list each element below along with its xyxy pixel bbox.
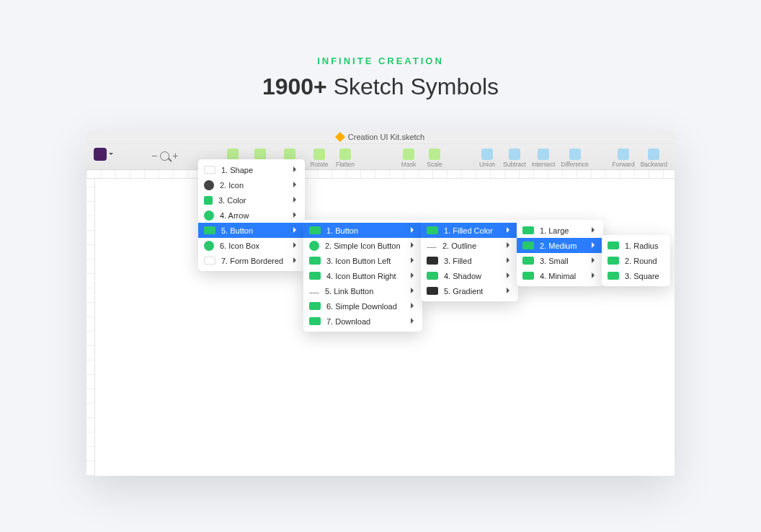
menu-item[interactable]: 5. Link Button — [303, 283, 422, 298]
pill-icon — [522, 257, 534, 265]
menu-item-label: 5. Button — [221, 226, 253, 235]
chevron-right-icon — [507, 257, 512, 263]
symbol-menu-level4: 1. Large2. Medium3. Small4. Minimal — [517, 220, 603, 286]
tool-label: Difference — [561, 161, 589, 168]
chevron-right-icon — [293, 212, 299, 218]
symbol-menu-level3: 1. Filled Color2. Outline3. Filled4. Sha… — [421, 220, 518, 301]
menu-item-label: 3. Icon Button Left — [326, 257, 391, 265]
menu-item-label: 1. Shape — [221, 166, 253, 174]
pill-icon — [522, 241, 534, 249]
chevron-right-icon — [293, 242, 299, 248]
menu-item[interactable]: 4. Minimal — [517, 268, 603, 283]
tool-label: Forward — [612, 161, 634, 168]
chevron-right-icon — [507, 288, 512, 293]
tool-forward[interactable]: Forward — [612, 148, 634, 168]
pill-icon — [309, 226, 321, 234]
tool-scale[interactable]: Scale — [424, 148, 445, 168]
menu-item[interactable]: 5. Gradient — [421, 283, 518, 298]
menu-item[interactable]: 6. Simple Download — [303, 298, 422, 314]
menu-item-label: 1. Filled Color — [444, 226, 493, 235]
pill-icon — [427, 272, 438, 280]
chevron-right-icon — [592, 242, 597, 248]
pill-icon — [608, 257, 619, 265]
titlebar: Creation UI Kit.sketch — [86, 130, 675, 144]
headline-text: Sketch Symbols — [327, 74, 499, 99]
tool-intersect[interactable]: Intersect — [532, 148, 556, 168]
menu-item[interactable]: 1. Radius — [602, 238, 670, 253]
tool-group-order: ForwardBackward — [612, 148, 667, 168]
tool-mask[interactable]: Mask — [399, 148, 419, 168]
menu-item[interactable]: 2. Medium — [517, 238, 603, 253]
forward-icon — [618, 148, 629, 160]
chevron-right-icon — [411, 272, 417, 278]
tool-union[interactable]: Union — [477, 148, 497, 168]
tool-subtract[interactable]: Subtract — [503, 148, 526, 168]
menu-item[interactable]: 3. Small — [517, 253, 603, 268]
tool-difference[interactable]: Difference — [561, 148, 589, 168]
zoom-in-button[interactable]: + — [172, 151, 178, 161]
menu-item[interactable]: 3. Filled — [421, 253, 518, 268]
menu-item-label: 4. Icon Button Right — [326, 272, 396, 280]
menu-item-label: 7. Download — [326, 317, 370, 326]
difference-icon — [569, 148, 581, 160]
menu-item[interactable]: 4. Icon Button Right — [303, 268, 422, 283]
tool-backward[interactable]: Backward — [641, 148, 667, 168]
menu-item-label: 2. Round — [625, 257, 657, 265]
menu-item-label: 2. Medium — [540, 241, 577, 250]
menu-item[interactable]: 1. Filled Color — [421, 223, 518, 238]
menu-item-label: 4. Shadow — [444, 272, 481, 280]
chevron-right-icon — [411, 288, 417, 293]
insert-button[interactable] — [94, 148, 107, 161]
tool-group-mask: MaskScale — [399, 148, 445, 168]
menu-item[interactable]: 6. Icon Box — [198, 238, 305, 253]
menu-item[interactable]: 3. Color — [198, 192, 305, 208]
tool-label: Union — [479, 161, 495, 168]
menu-item-label: 3. Square — [625, 272, 659, 280]
menu-item[interactable]: 1. Button — [303, 223, 422, 238]
pill-dark-icon — [427, 257, 438, 265]
menu-item[interactable]: 3. Square — [602, 268, 670, 283]
chevron-right-icon — [411, 318, 417, 324]
tool-label: Backward — [641, 161, 667, 168]
flatten-icon — [339, 148, 351, 160]
chevron-right-icon — [293, 182, 299, 187]
chevron-right-icon — [507, 272, 512, 278]
tool-flatten[interactable]: Flatten — [335, 148, 355, 168]
menu-item[interactable]: 4. Arrow — [198, 208, 305, 223]
menu-item[interactable]: 1. Large — [517, 223, 603, 238]
menu-item[interactable]: 7. Download — [303, 314, 422, 329]
chevron-right-icon — [592, 227, 597, 233]
menu-item[interactable]: 2. Round — [602, 253, 670, 268]
sketch-window: Creation UI Kit.sketch − + OutlinesEditT… — [86, 130, 675, 476]
menu-item-label: 3. Filled — [444, 257, 472, 265]
mask-icon — [403, 148, 414, 160]
menu-item-label: 2. Simple Icon Button — [325, 241, 401, 250]
menu-item[interactable]: 2. Simple Icon Button — [303, 238, 422, 253]
pill-icon — [427, 226, 438, 234]
menu-item[interactable]: 2. Outline — [421, 238, 518, 253]
magnifier-icon — [160, 151, 169, 161]
union-icon — [481, 148, 493, 160]
tool-rotate[interactable]: Rotate — [309, 148, 329, 168]
menu-item[interactable]: 7. Form Bordered — [198, 253, 305, 268]
menu-item[interactable]: 4. Shadow — [421, 268, 518, 283]
zoom-out-button[interactable]: − — [151, 151, 157, 161]
pill-icon — [309, 302, 321, 310]
pill-icon — [309, 317, 321, 325]
menu-item-label: 5. Link Button — [325, 287, 373, 296]
circle-icon — [204, 241, 214, 251]
menu-item-label: 6. Simple Download — [326, 302, 397, 311]
menu-item-label: 5. Gradient — [444, 287, 483, 296]
pill-icon — [309, 272, 321, 280]
menu-item[interactable]: 2. Icon — [198, 177, 305, 192]
chevron-right-icon — [411, 227, 417, 233]
pill-dark-icon — [427, 287, 438, 295]
menu-item[interactable]: 1. Shape — [198, 162, 305, 177]
chevron-right-icon — [592, 272, 597, 278]
eyebrow: INFINITE CREATION — [0, 56, 761, 66]
menu-item[interactable]: 5. Button — [198, 223, 305, 238]
tool-label: Intersect — [532, 161, 556, 168]
chevron-right-icon — [293, 257, 299, 263]
menu-item[interactable]: 3. Icon Button Left — [303, 253, 422, 268]
circle-icon — [309, 241, 319, 251]
